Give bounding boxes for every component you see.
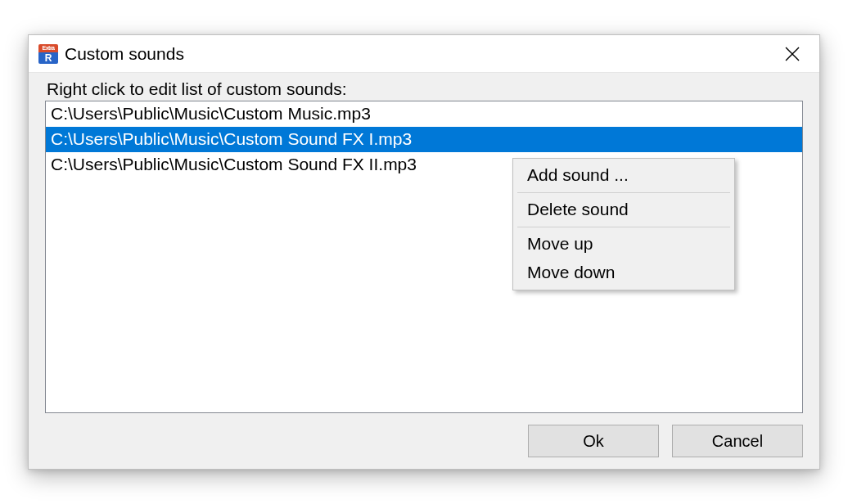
list-item[interactable]: C:\Users\Public\Music\Custom Music.mp3 — [46, 101, 802, 127]
custom-sounds-dialog: Extra R Custom sounds Right click to edi… — [28, 34, 820, 470]
close-button[interactable] — [772, 38, 813, 70]
ok-button[interactable]: Ok — [528, 425, 659, 457]
menu-add-sound[interactable]: Add sound ... — [516, 161, 732, 190]
menu-separator — [517, 192, 730, 193]
window-title: Custom sounds — [65, 44, 184, 64]
app-icon-bot: R — [38, 52, 58, 64]
menu-move-up[interactable]: Move up — [516, 230, 732, 259]
menu-delete-sound[interactable]: Delete sound — [516, 196, 732, 224]
group-label: Right click to edit list of custom sound… — [45, 79, 803, 99]
menu-move-down[interactable]: Move down — [516, 259, 732, 287]
context-menu: Add sound ... Delete sound Move up Move … — [512, 158, 735, 290]
list-item[interactable]: C:\Users\Public\Music\Custom Sound FX I.… — [46, 127, 802, 152]
menu-separator — [517, 227, 730, 227]
titlebar: Extra R Custom sounds — [29, 35, 819, 73]
button-row: Ok Cancel — [45, 425, 803, 457]
app-icon: Extra R — [38, 44, 58, 64]
app-icon-top: Extra — [38, 44, 58, 52]
close-icon — [785, 47, 800, 61]
cancel-button[interactable]: Cancel — [672, 425, 803, 457]
